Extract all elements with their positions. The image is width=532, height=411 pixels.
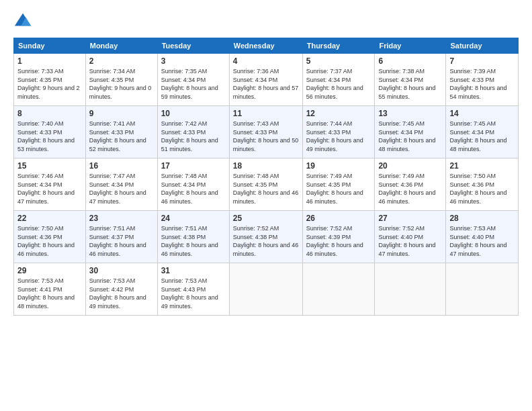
table-row: 12 Sunrise: 7:44 AMSunset: 4:33 PMDaylig…	[302, 106, 375, 158]
table-row: 31 Sunrise: 7:53 AMSunset: 4:43 PMDaylig…	[157, 263, 229, 316]
table-row: 5 Sunrise: 7:37 AMSunset: 4:34 PMDayligh…	[302, 54, 375, 106]
table-row: 7 Sunrise: 7:39 AMSunset: 4:33 PMDayligh…	[446, 54, 519, 106]
calendar-week-row: 22 Sunrise: 7:50 AMSunset: 4:36 PMDaylig…	[14, 211, 519, 263]
table-row: 10 Sunrise: 7:42 AMSunset: 4:33 PMDaylig…	[157, 106, 229, 158]
col-tuesday: Tuesday	[157, 38, 229, 54]
table-row: 13 Sunrise: 7:45 AMSunset: 4:34 PMDaylig…	[375, 106, 446, 158]
calendar-week-row: 8 Sunrise: 7:40 AMSunset: 4:33 PMDayligh…	[14, 106, 519, 158]
table-row: 11 Sunrise: 7:43 AMSunset: 4:33 PMDaylig…	[229, 106, 302, 158]
table-row: 14 Sunrise: 7:45 AMSunset: 4:34 PMDaylig…	[446, 106, 519, 158]
calendar-week-row: 29 Sunrise: 7:53 AMSunset: 4:41 PMDaylig…	[14, 263, 519, 316]
table-row: 18 Sunrise: 7:48 AMSunset: 4:35 PMDaylig…	[229, 158, 302, 211]
table-row: 23 Sunrise: 7:51 AMSunset: 4:37 PMDaylig…	[85, 211, 157, 263]
calendar-week-row: 15 Sunrise: 7:46 AMSunset: 4:34 PMDaylig…	[14, 158, 519, 211]
col-monday: Monday	[85, 38, 157, 54]
table-row: 26 Sunrise: 7:52 AMSunset: 4:39 PMDaylig…	[302, 211, 375, 263]
table-row: 4 Sunrise: 7:36 AMSunset: 4:34 PMDayligh…	[229, 54, 302, 106]
table-row: 19 Sunrise: 7:49 AMSunset: 4:35 PMDaylig…	[302, 158, 375, 211]
calendar-header-row: Sunday Monday Tuesday Wednesday Thursday…	[14, 38, 519, 54]
table-row: 25 Sunrise: 7:52 AMSunset: 4:38 PMDaylig…	[229, 211, 302, 263]
table-row: 2 Sunrise: 7:34 AMSunset: 4:35 PMDayligh…	[85, 54, 157, 106]
calendar-table: Sunday Monday Tuesday Wednesday Thursday…	[13, 38, 519, 316]
logo-icon	[13, 12, 32, 31]
col-wednesday: Wednesday	[229, 38, 302, 54]
table-row: 6 Sunrise: 7:38 AMSunset: 4:34 PMDayligh…	[375, 54, 446, 106]
table-row: 9 Sunrise: 7:41 AMSunset: 4:33 PMDayligh…	[85, 106, 157, 158]
table-row: 21 Sunrise: 7:50 AMSunset: 4:36 PMDaylig…	[446, 158, 519, 211]
table-row: 22 Sunrise: 7:50 AMSunset: 4:36 PMDaylig…	[14, 211, 86, 263]
calendar-week-row: 1 Sunrise: 7:33 AMSunset: 4:35 PMDayligh…	[14, 54, 519, 106]
table-row: 17 Sunrise: 7:48 AMSunset: 4:34 PMDaylig…	[157, 158, 229, 211]
table-row: 3 Sunrise: 7:35 AMSunset: 4:34 PMDayligh…	[157, 54, 229, 106]
empty-cell	[375, 263, 446, 316]
logo	[13, 12, 34, 31]
table-row: 24 Sunrise: 7:51 AMSunset: 4:38 PMDaylig…	[157, 211, 229, 263]
col-saturday: Saturday	[446, 38, 519, 54]
table-row: 8 Sunrise: 7:40 AMSunset: 4:33 PMDayligh…	[14, 106, 86, 158]
table-row: 15 Sunrise: 7:46 AMSunset: 4:34 PMDaylig…	[14, 158, 86, 211]
table-row: 30 Sunrise: 7:53 AMSunset: 4:42 PMDaylig…	[85, 263, 157, 316]
header	[13, 12, 519, 31]
empty-cell	[446, 263, 519, 316]
table-row: 29 Sunrise: 7:53 AMSunset: 4:41 PMDaylig…	[14, 263, 86, 316]
col-sunday: Sunday	[14, 38, 86, 54]
col-thursday: Thursday	[302, 38, 375, 54]
table-row: 28 Sunrise: 7:53 AMSunset: 4:40 PMDaylig…	[446, 211, 519, 263]
table-row: 16 Sunrise: 7:47 AMSunset: 4:34 PMDaylig…	[85, 158, 157, 211]
empty-cell	[302, 263, 375, 316]
table-row: 20 Sunrise: 7:49 AMSunset: 4:36 PMDaylig…	[375, 158, 446, 211]
empty-cell	[229, 263, 302, 316]
table-row: 27 Sunrise: 7:52 AMSunset: 4:40 PMDaylig…	[375, 211, 446, 263]
table-row: 1 Sunrise: 7:33 AMSunset: 4:35 PMDayligh…	[14, 54, 86, 106]
page: Sunday Monday Tuesday Wednesday Thursday…	[0, 0, 532, 411]
col-friday: Friday	[375, 38, 446, 54]
